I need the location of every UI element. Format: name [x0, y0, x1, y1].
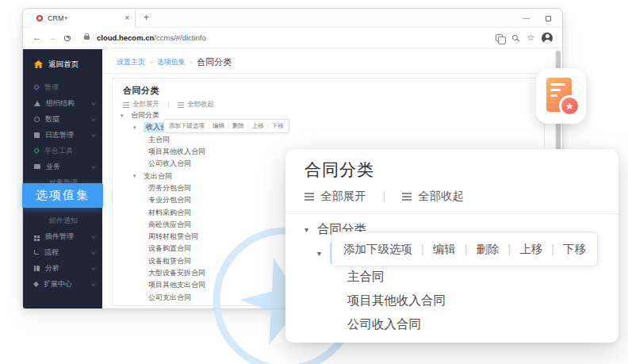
callout-option-set[interactable]: 选项值集: [22, 183, 103, 208]
tree-node[interactable]: 材料采购合同: [148, 208, 191, 218]
data-clock-icon: [34, 117, 40, 122]
breadcrumb-home[interactable]: 设置主页: [117, 57, 145, 67]
sidebar-item-process[interactable]: 流程: [23, 244, 102, 260]
tree-node[interactable]: 周转材租赁合同: [148, 232, 198, 242]
back-icon[interactable]: ←: [33, 33, 41, 42]
tree-node[interactable]: 劳务分包合同: [148, 183, 191, 193]
sidebar-item-label: 日志管理: [45, 130, 74, 140]
tree-node[interactable]: 设备租赁合同: [148, 256, 191, 266]
context-menu-item[interactable]: 添加下级选项: [169, 122, 205, 130]
tree-node[interactable]: 项目其他收入合同: [347, 293, 446, 309]
context-menu-item[interactable]: 编辑: [205, 122, 224, 130]
tree-row: 主合同: [113, 134, 544, 146]
collapse-all-button[interactable]: 全部收起: [418, 189, 464, 204]
profile-avatar[interactable]: [542, 33, 553, 44]
platform-dot-icon: [34, 148, 39, 153]
tree-node[interactable]: 合同分类: [131, 110, 159, 121]
sidebar-item-label: 数据: [45, 114, 59, 125]
browser-tab[interactable]: CRM+ ×: [31, 9, 136, 28]
tree-node[interactable]: 设备购置合同: [148, 243, 191, 254]
caret-down-icon[interactable]: ▾: [304, 225, 317, 234]
tree-node[interactable]: 支出合同: [144, 171, 172, 182]
sidebar-item-extension-center[interactable]: 扩展中心: [23, 276, 102, 292]
bookmark-star-icon[interactable]: ☆: [527, 33, 534, 42]
sidebar-item-plugin-manage[interactable]: 插件管理: [23, 228, 102, 244]
tree-toolbar: 全部展开 全部收起: [123, 100, 214, 109]
caret-down-icon[interactable]: ▾: [121, 113, 131, 119]
expand-all-button[interactable]: 全部展开: [320, 189, 366, 204]
forward-icon[interactable]: →: [48, 33, 57, 42]
sidebar-item-log-manage[interactable]: 日志管理: [23, 127, 102, 143]
business-icon: [34, 164, 40, 169]
chevron-down-icon: [91, 250, 96, 255]
sidebar-item-business[interactable]: 业务: [23, 159, 102, 174]
sidebar-back-home[interactable]: 返回首页: [23, 54, 102, 75]
refresh-icon[interactable]: [64, 35, 71, 41]
divider: [285, 213, 618, 214]
lock-icon: [84, 36, 90, 40]
breadcrumb-separator: >: [190, 59, 193, 66]
zoom-icon[interactable]: [512, 35, 518, 40]
context-menu-item[interactable]: 编辑: [412, 242, 456, 257]
chevron-down-icon: [91, 164, 96, 169]
sidebar-item-platform-tools[interactable]: 平台工具: [23, 143, 102, 159]
page-title: 合同分类: [123, 85, 159, 97]
breadcrumb: 设置主页 > 选项值集 > 合同分类: [117, 56, 232, 68]
caret-down-icon[interactable]: ▾: [133, 173, 144, 179]
tree-node[interactable]: 项目其他支出合同: [148, 280, 205, 290]
expand-all-button[interactable]: 全部展开: [132, 100, 159, 109]
sidebar-item-mail-notice[interactable]: 邮件通知: [23, 213, 102, 228]
context-menu-item[interactable]: 删除: [456, 242, 500, 257]
chevron-down-icon: [91, 266, 96, 270]
tree-node[interactable]: 专业分包合同: [148, 195, 191, 205]
context-menu-item[interactable]: 添加下级选项: [343, 242, 412, 257]
new-tab-icon[interactable]: +: [144, 12, 149, 23]
sidebar-item-org-structure[interactable]: 组织结构: [23, 95, 102, 111]
url-text[interactable]: cloud.hecom.cn/ccms/#/dictinfo: [97, 33, 206, 42]
tree-row: 项目其他收入合同: [285, 289, 618, 312]
context-menu-item[interactable]: 下移: [542, 242, 586, 257]
expand-all-icon: [304, 193, 314, 201]
minimize-icon[interactable]: —: [523, 15, 530, 22]
tree-node[interactable]: 主合同: [347, 269, 385, 285]
tree-node[interactable]: 公司收入合同: [347, 316, 421, 333]
screenshot-canvas: CRM+ × + — ← → cloud.hecom.cn/ccms/#/dic…: [0, 0, 628, 364]
address-bar: ← → cloud.hecom.cn/ccms/#/dictinfo ☆: [23, 28, 562, 48]
divider: [102, 73, 562, 74]
tree-node[interactable]: 公司收入合同: [148, 159, 191, 169]
sidebar-item-data[interactable]: 数据: [23, 111, 102, 127]
tree-node[interactable]: 主合同: [148, 135, 170, 145]
overlay-context-menu: 添加下级选项 编辑 删除 上移 下移: [331, 232, 598, 266]
caret-down-icon[interactable]: ▾: [133, 125, 144, 131]
sidebar-item-label: 扩展中心: [44, 279, 72, 289]
sidebar-item-label: 分析: [45, 263, 59, 274]
context-menu-item[interactable]: 上移: [500, 242, 543, 257]
context-menu-item[interactable]: 上移: [244, 122, 264, 130]
tree-node[interactable]: 公司支出合同: [148, 293, 191, 303]
caret-down-icon[interactable]: ▾: [317, 249, 330, 258]
chevron-down-icon: [91, 282, 96, 286]
app-sidebar: 返回首页 管理 组织结构: [23, 49, 102, 308]
star-badge-icon: ★: [559, 95, 580, 117]
chevron-down-icon: [91, 117, 96, 121]
close-tab-icon[interactable]: ×: [124, 14, 129, 22]
context-menu-item[interactable]: 删除: [224, 122, 244, 130]
manage-dot-icon: [34, 85, 39, 90]
tree-node[interactable]: 商砼供应合同: [148, 220, 191, 230]
tree-node[interactable]: 项目其他收入合同: [148, 147, 205, 157]
overlay-toolbar: 全部展开 全部收起: [304, 189, 464, 204]
tree-node[interactable]: 大型设备安拆合同: [148, 268, 205, 278]
context-menu-item[interactable]: 下移: [264, 122, 284, 130]
window-controls: —: [523, 9, 551, 28]
breadcrumb-option-set[interactable]: 选项值集: [157, 57, 186, 67]
collapse-all-button[interactable]: 全部收起: [187, 100, 214, 109]
sidebar-item-label: 组织结构: [46, 98, 75, 109]
translate-icon[interactable]: [496, 34, 503, 41]
maximize-icon[interactable]: [546, 16, 551, 21]
crm-favicon-icon: [36, 15, 43, 21]
process-flow-icon: [34, 250, 39, 255]
zoom-overlay-card: 合同分类 全部展开 全部收起 ▾ 合同分类 ▾ 收入合同: [285, 149, 618, 343]
back-home-label: 返回首页: [48, 59, 78, 70]
sidebar-item-manage[interactable]: 管理: [23, 79, 102, 95]
sidebar-item-analysis[interactable]: 分析: [23, 260, 102, 276]
